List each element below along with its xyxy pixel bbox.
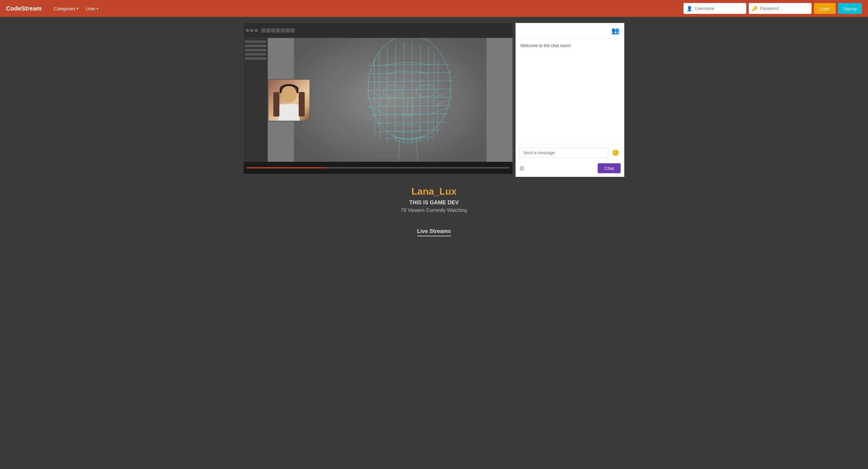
sw-tool-5 — [281, 28, 285, 33]
sw-tool-4 — [276, 28, 280, 33]
categories-label: Categories — [54, 6, 76, 11]
sw-dot-3 — [255, 29, 258, 32]
panel-item — [245, 53, 267, 56]
key-icon: 🔑 — [752, 6, 758, 11]
streamer-name: Lana_Lux — [6, 186, 862, 197]
user-chevron-icon: ▾ — [97, 7, 98, 10]
main-viewport — [268, 38, 513, 162]
login-button[interactable]: Login — [814, 3, 836, 14]
sw-toolbar-items — [261, 28, 294, 33]
progress-fill — [247, 167, 326, 168]
user-icon: 👤 — [686, 6, 692, 11]
sw-tool-2 — [266, 28, 270, 33]
username-input[interactable] — [695, 6, 743, 11]
hair-right — [299, 92, 305, 117]
webcam-overlay — [268, 79, 310, 121]
chat-welcome-message: Welcome to the chat room! — [520, 43, 571, 48]
hair-left — [273, 92, 279, 117]
chat-send-button[interactable]: Chat — [598, 163, 621, 173]
panel-item — [245, 57, 267, 60]
video-container[interactable] — [244, 23, 513, 174]
panel-item — [245, 45, 267, 47]
viewport-3d — [244, 38, 513, 162]
stream-title: THIS IS GAME DEV — [6, 200, 862, 206]
chat-messages-area: Welcome to the chat room! — [516, 39, 624, 144]
chat-panel: 👥 Welcome to the chat room! 🙂 ⚙ Chat — [516, 23, 624, 177]
live-streams-section: Live Streams — [0, 219, 868, 245]
video-section — [244, 23, 513, 177]
headphones — [280, 85, 299, 93]
main-content: 👥 Welcome to the chat room! 🙂 ⚙ Chat — [238, 17, 630, 177]
sw-tool-7 — [290, 28, 294, 33]
categories-chevron-icon: ▾ — [77, 7, 79, 10]
password-input-group: 🔑 — [749, 3, 811, 14]
nav-item-user[interactable]: User ▾ — [83, 4, 101, 13]
chat-message-input[interactable] — [519, 147, 608, 158]
webcam-person — [269, 80, 310, 121]
svg-rect-0 — [294, 38, 487, 162]
person-body — [278, 104, 300, 121]
chat-footer: ⚙ Chat — [516, 161, 624, 177]
username-input-group: 👤 — [683, 3, 746, 14]
stream-info: Lana_Lux THIS IS GAME DEV 76 Viewers Cur… — [0, 177, 868, 219]
sw-tool-3 — [271, 28, 275, 33]
live-streams-title[interactable]: Live Streams — [417, 228, 451, 236]
nav-menu: Categories ▾ User ▾ — [51, 4, 101, 13]
panel-item — [245, 49, 267, 51]
brand-logo[interactable]: CodeStream — [6, 5, 42, 12]
viewer-count: 76 Viewers Currently Watching — [6, 208, 862, 213]
chat-input-area: 🙂 — [516, 144, 624, 161]
user-label: User — [86, 6, 95, 11]
chat-emoji-button[interactable]: 🙂 — [611, 149, 621, 156]
signup-button[interactable]: Signup — [838, 3, 862, 14]
software-toolbar — [244, 23, 513, 38]
nav-item-categories[interactable]: Categories ▾ — [51, 4, 82, 13]
video-controls-bar — [244, 162, 513, 174]
navbar: CodeStream Categories ▾ User ▾ 👤 🔑 Login… — [0, 0, 868, 17]
sw-tool-1 — [261, 28, 266, 33]
sw-dot-2 — [250, 29, 253, 32]
panel-item — [245, 40, 267, 43]
chat-settings-button[interactable]: ⚙ — [519, 165, 525, 172]
auth-inputs: 👤 🔑 Login Signup — [683, 3, 862, 14]
chat-header: 👥 — [516, 23, 624, 39]
scene-panel — [244, 38, 268, 162]
chat-users-icon: 👥 — [611, 27, 619, 35]
sw-tool-6 — [285, 28, 290, 33]
password-input[interactable] — [760, 6, 808, 11]
sw-dot-1 — [246, 29, 249, 32]
progress-bar[interactable] — [247, 167, 509, 168]
